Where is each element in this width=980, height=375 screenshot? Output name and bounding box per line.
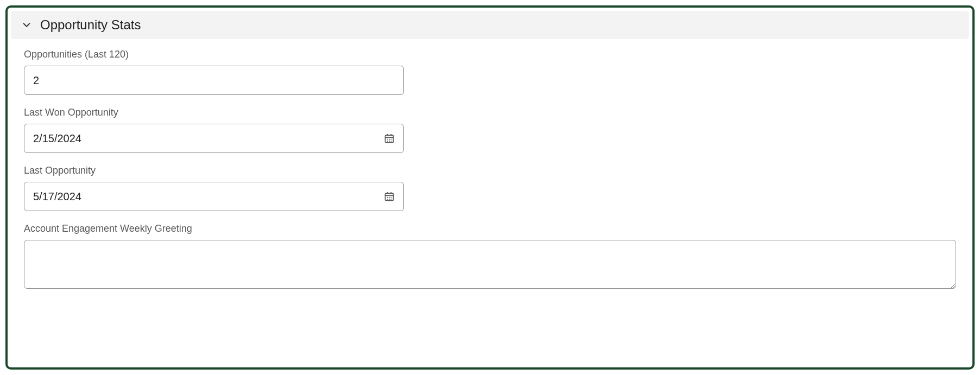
last-won-opportunity-input[interactable] (33, 124, 384, 152)
svg-point-15 (389, 197, 390, 198)
svg-point-19 (390, 199, 391, 200)
svg-point-17 (387, 199, 388, 200)
form-container: Opportunity Stats Opportunities (Last 12… (5, 5, 975, 370)
form-body: Opportunities (Last 120) Last Won Opport… (11, 39, 969, 308)
opportunities-input[interactable] (24, 66, 404, 95)
last-won-opportunity-label: Last Won Opportunity (24, 107, 956, 118)
svg-point-4 (387, 139, 388, 140)
svg-point-18 (389, 199, 390, 200)
calendar-icon[interactable] (384, 191, 395, 202)
last-opportunity-input[interactable] (33, 182, 384, 211)
last-won-opportunity-input-wrapper[interactable] (24, 124, 404, 153)
last-opportunity-input-wrapper[interactable] (24, 182, 404, 211)
svg-point-7 (387, 141, 388, 142)
greeting-label: Account Engagement Weekly Greeting (24, 223, 956, 234)
svg-point-16 (390, 197, 391, 198)
section-header-opportunity-stats[interactable]: Opportunity Stats (11, 11, 969, 39)
field-greeting: Account Engagement Weekly Greeting (24, 223, 956, 291)
section-title: Opportunity Stats (40, 17, 141, 33)
svg-point-14 (387, 197, 388, 198)
opportunities-label: Opportunities (Last 120) (24, 49, 956, 60)
chevron-down-icon (21, 19, 33, 31)
form-panel: Opportunity Stats Opportunities (Last 12… (11, 11, 969, 364)
last-opportunity-label: Last Opportunity (24, 165, 956, 176)
calendar-icon[interactable] (384, 133, 395, 144)
svg-point-5 (389, 139, 390, 140)
svg-point-9 (390, 141, 391, 142)
greeting-textarea[interactable] (24, 240, 956, 289)
field-last-won-opportunity: Last Won Opportunity (24, 107, 956, 153)
svg-point-8 (389, 141, 390, 142)
field-opportunities: Opportunities (Last 120) (24, 49, 956, 95)
field-last-opportunity: Last Opportunity (24, 165, 956, 211)
svg-point-6 (390, 139, 391, 140)
